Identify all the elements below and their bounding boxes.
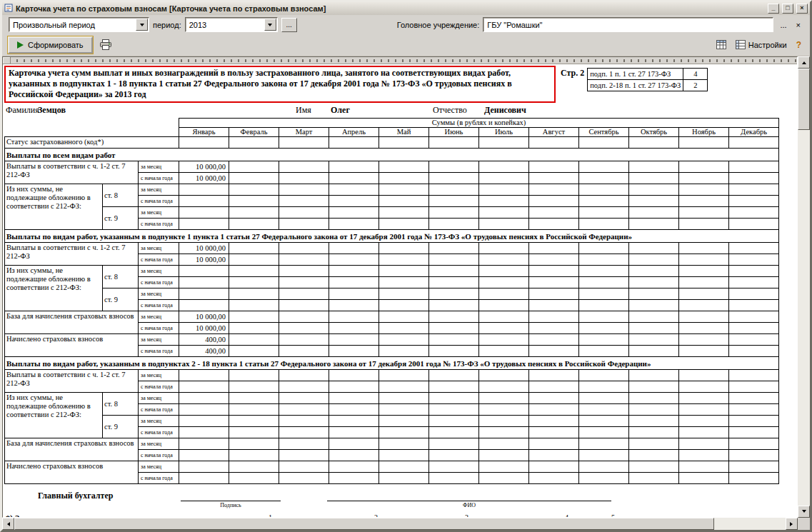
scroll-right-button[interactable] <box>786 518 798 530</box>
period-ellipsis-button[interactable]: ... <box>281 18 297 32</box>
column-number: 5 <box>611 513 615 517</box>
value-cell <box>179 381 229 393</box>
value-cell <box>579 243 629 254</box>
value-cell <box>529 254 579 266</box>
value-cell <box>479 334 529 346</box>
org-clear-button[interactable]: × <box>793 18 803 32</box>
month-header: Июнь <box>429 128 479 137</box>
value-cell: 10 000,00 <box>179 173 229 184</box>
scrollbar-corner <box>798 518 810 530</box>
value-cell <box>179 416 229 427</box>
value-cell <box>679 346 729 357</box>
close-button[interactable]: × <box>796 4 808 14</box>
value-cell <box>329 438 379 450</box>
period-label: период: <box>153 21 181 29</box>
page-info-label: подп. 1 п. 1 ст. 27 173-ФЗ <box>588 69 683 80</box>
value-cell <box>629 243 679 254</box>
value-cell <box>479 427 529 438</box>
value-cell <box>679 438 729 450</box>
scroll-left-button[interactable] <box>2 518 14 530</box>
section-title: Выплаты по видам работ, указанным в подп… <box>5 357 779 370</box>
value-cell <box>629 334 679 346</box>
value-cell <box>729 266 779 277</box>
value-cell <box>629 219 679 230</box>
table-row: Из них суммы, не подлежащие обложению в … <box>5 266 779 277</box>
value-cell <box>429 300 479 311</box>
vertical-scrollbar[interactable] <box>798 56 810 518</box>
value-cell <box>179 196 229 207</box>
value-cell <box>479 300 529 311</box>
value-cell <box>229 277 279 288</box>
scroll-right-icon <box>790 522 795 526</box>
month-header: Декабрь <box>729 128 779 137</box>
value-cell <box>379 266 429 277</box>
value-cell <box>629 288 679 300</box>
value-cell <box>579 473 629 484</box>
value-cell <box>429 196 479 207</box>
value-cell <box>679 334 729 346</box>
period-label: с начала года <box>139 254 179 266</box>
help-icon: ? <box>796 40 801 50</box>
minimize-button[interactable]: _ <box>768 4 779 14</box>
maximize-button[interactable]: □ <box>782 4 793 14</box>
ruler-ticks <box>11 57 797 64</box>
value-cell <box>529 416 579 427</box>
value-cell <box>379 416 429 427</box>
value-cell <box>329 334 379 346</box>
vertical-scroll-thumb[interactable] <box>798 69 810 130</box>
row-label: Начислено страховых взносов <box>5 461 139 484</box>
value-cell <box>229 370 279 381</box>
print-button[interactable] <box>96 38 115 52</box>
ruler-corner[interactable] <box>3 57 11 64</box>
value-cell <box>279 254 329 266</box>
generate-button[interactable]: Сформировать <box>8 36 93 54</box>
value-cell <box>229 196 279 207</box>
generate-button-label: Сформировать <box>28 41 84 49</box>
org-field[interactable]: ГБУ "Ромашки" <box>483 17 773 32</box>
month-header: Ноябрь <box>679 128 729 137</box>
settings-button[interactable]: Настройки <box>733 38 790 52</box>
value-cell <box>329 196 379 207</box>
value-cell <box>729 438 779 450</box>
value-cell <box>429 450 479 461</box>
value-cell <box>229 288 279 300</box>
window-icon <box>4 4 13 14</box>
value-cell: 10 000,00 <box>179 243 229 254</box>
value-cell <box>379 370 429 381</box>
period-type-combo[interactable]: Произвольный период <box>9 17 149 32</box>
value-cell <box>229 266 279 277</box>
scroll-down-button[interactable] <box>798 506 810 518</box>
value-cell <box>479 416 529 427</box>
value-cell <box>679 266 729 277</box>
chevron-down-icon[interactable] <box>136 19 148 31</box>
value-cell <box>429 288 479 300</box>
value-cell <box>629 137 679 149</box>
value-cell <box>729 473 779 484</box>
value-cell <box>629 461 679 473</box>
value-cell <box>479 404 529 416</box>
value-cell <box>329 219 379 230</box>
table-view-button[interactable] <box>713 38 729 52</box>
value-cell <box>629 393 679 404</box>
table-row: Начислено страховых взносовза месяц400,0… <box>5 334 779 346</box>
chevron-down-icon[interactable] <box>264 19 276 31</box>
value-cell <box>479 461 529 473</box>
value-cell <box>679 370 729 381</box>
value-cell <box>679 219 729 230</box>
value-cell <box>429 416 479 427</box>
value-cell <box>579 288 629 300</box>
value-cell <box>429 381 479 393</box>
horizontal-scroll-thumb[interactable] <box>14 518 714 530</box>
help-button[interactable]: ? <box>793 38 804 52</box>
value-cell <box>629 300 679 311</box>
period-combo[interactable]: 2013 <box>185 17 278 32</box>
value-cell <box>629 173 679 184</box>
value-cell <box>229 334 279 346</box>
value-cell <box>429 346 479 357</box>
org-select-button[interactable]: ... <box>777 18 789 32</box>
period-label: с начала года <box>139 323 179 334</box>
value-cell <box>279 346 329 357</box>
value-cell <box>529 137 579 149</box>
horizontal-scrollbar[interactable] <box>2 518 798 530</box>
scroll-up-button[interactable] <box>798 56 810 69</box>
